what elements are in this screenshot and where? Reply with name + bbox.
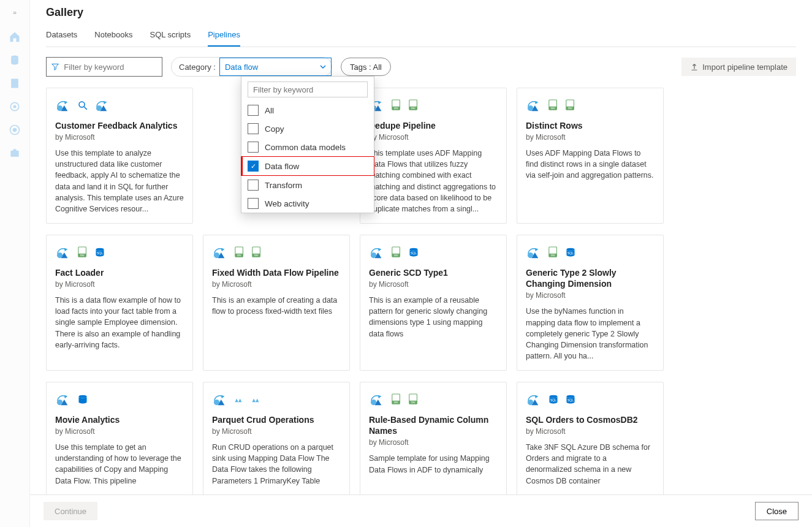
category-select[interactable]: Data flow xyxy=(219,58,332,76)
chevron-down-icon xyxy=(320,64,326,70)
tab-datasets[interactable]: Datasets xyxy=(46,30,77,47)
svg-rect-6 xyxy=(10,151,18,157)
svg-point-74 xyxy=(549,395,557,398)
svg-marker-8 xyxy=(64,100,68,104)
svg-text:SQL: SQL xyxy=(550,399,556,402)
svg-rect-1 xyxy=(11,79,18,88)
pipe-icon xyxy=(55,246,71,261)
template-card[interactable]: csvSQLGeneric SCD Type1by MicrosoftThis … xyxy=(360,235,507,371)
svg-marker-37 xyxy=(221,248,225,251)
template-card[interactable]: SQLSQLSQL Orders to CosmosDB2by Microsof… xyxy=(517,382,664,495)
sql-icon: SQL xyxy=(548,393,559,408)
card-description: Sample template for using Mapping Data F… xyxy=(369,453,498,475)
sql-icon: SQL xyxy=(408,246,419,261)
csv-icon: csv xyxy=(391,246,402,261)
template-card[interactable]: csvcsvDedupe Pipelineby MicrosoftThis te… xyxy=(360,88,507,224)
csv-icon: csv xyxy=(565,99,576,114)
filter-row: Category : Data flow Tags : All Import p… xyxy=(30,47,812,77)
category-option-web-activity[interactable]: Web activity xyxy=(241,194,374,213)
dropdown-filter-input[interactable] xyxy=(248,82,368,97)
category-option-copy[interactable]: Copy xyxy=(241,119,374,138)
card-publisher: by Microsoft xyxy=(369,438,498,447)
keyword-input[interactable] xyxy=(63,62,157,72)
template-grid-area[interactable]: Customer Feedback Analyticsby MicrosoftU… xyxy=(30,77,812,495)
card-title: Customer Feedback Analytics xyxy=(55,120,184,131)
card-title: Dedupe Pipeline xyxy=(369,120,498,131)
csv-icon: csv xyxy=(408,393,419,408)
expand-sidebar-icon[interactable]: » xyxy=(0,5,29,20)
category-label: Category : xyxy=(179,63,219,72)
db-icon xyxy=(77,393,88,408)
sql-icon: SQL xyxy=(94,246,105,261)
data-icon[interactable] xyxy=(9,54,21,66)
keyword-filter[interactable] xyxy=(46,57,162,77)
card-icon-row xyxy=(55,390,184,411)
category-selected-value: Data flow xyxy=(225,63,258,72)
svg-point-61 xyxy=(78,395,86,398)
integrate-icon[interactable] xyxy=(9,100,21,113)
card-publisher: by Microsoft xyxy=(212,280,341,289)
svg-marker-62 xyxy=(221,395,225,398)
template-card[interactable]: csvcsvRule-Based Dynamic Column Namesby … xyxy=(360,382,507,495)
svg-point-9 xyxy=(57,105,63,111)
template-card[interactable]: Movie Analyticsby MicrosoftUse this temp… xyxy=(46,382,193,495)
template-card[interactable]: csvcsvDistinct Rowsby MicrosoftUses ADF … xyxy=(517,88,664,224)
card-description: This is an example of creating a data fl… xyxy=(212,295,341,317)
svg-point-63 xyxy=(214,400,219,405)
tab-notebooks[interactable]: Notebooks xyxy=(94,30,132,47)
svg-text:SQL: SQL xyxy=(411,252,417,255)
csv-icon: csv xyxy=(391,393,402,408)
manage-icon[interactable] xyxy=(9,147,21,159)
category-filter: Category : Data flow xyxy=(171,57,332,77)
checkbox-icon xyxy=(248,180,259,191)
home-icon[interactable] xyxy=(9,31,21,43)
card-icon-row: csvSQL xyxy=(55,243,184,264)
card-publisher: by Microsoft xyxy=(55,280,184,289)
card-title: Generic Type 2 Slowly Changing Dimension xyxy=(526,267,655,289)
tab-sql-scripts[interactable]: SQL scripts xyxy=(150,30,191,47)
svg-text:SQL: SQL xyxy=(97,252,103,255)
template-card[interactable]: csvSQLFact Loaderby MicrosoftThis is a d… xyxy=(46,235,193,371)
svg-marker-12 xyxy=(104,100,107,104)
card-icon-row: csvcsv xyxy=(526,96,655,116)
card-title: Fact Loader xyxy=(55,267,184,278)
csv-icon: csv xyxy=(548,99,559,114)
import-template-button[interactable]: Import pipeline template xyxy=(681,58,796,76)
category-option-all[interactable]: All xyxy=(241,101,374,119)
monitor-icon[interactable] xyxy=(9,124,21,136)
svg-text:csv: csv xyxy=(394,254,399,257)
template-card[interactable]: csvSQLGeneric Type 2 Slowly Changing Dim… xyxy=(517,235,664,371)
category-option-common-data-models[interactable]: Common data models xyxy=(241,138,374,156)
card-title: Distinct Rows xyxy=(526,120,655,131)
continue-button: Continue xyxy=(44,502,97,520)
template-card[interactable]: Customer Feedback Analyticsby MicrosoftU… xyxy=(46,88,193,224)
svg-line-11 xyxy=(84,107,87,110)
import-label: Import pipeline template xyxy=(702,63,787,72)
template-card[interactable]: csvcsvFixed Width Data Flow Pipelineby M… xyxy=(203,235,350,371)
tags-filter[interactable]: Tags : All xyxy=(341,58,391,76)
pipe-icon xyxy=(526,393,542,408)
template-grid: Customer Feedback Analyticsby MicrosoftU… xyxy=(46,88,796,495)
card-description: This template uses ADF Mapping Data Flow… xyxy=(369,148,498,214)
category-dropdown: All Copy Common data models ✓Data flow T… xyxy=(241,76,374,213)
card-title: Generic SCD Type1 xyxy=(369,267,498,278)
category-option-transform[interactable]: Transform xyxy=(241,176,374,194)
upload-icon xyxy=(690,63,699,71)
svg-marker-72 xyxy=(535,395,539,398)
develop-icon[interactable] xyxy=(9,77,21,89)
card-description: Take 3NF SQL Azure DB schema for Orders … xyxy=(526,442,655,487)
svg-marker-22 xyxy=(535,100,539,104)
svg-marker-45 xyxy=(378,248,382,251)
csv-icon: csv xyxy=(548,246,559,261)
card-icon-row: csvcsv xyxy=(369,96,498,116)
card-icon-row: csvSQL xyxy=(369,243,498,264)
csv-icon: csv xyxy=(408,99,419,114)
category-option-data-flow[interactable]: ✓Data flow xyxy=(241,156,374,176)
svg-marker-59 xyxy=(64,395,68,398)
svg-point-46 xyxy=(371,252,376,258)
close-button[interactable]: Close xyxy=(755,502,799,520)
tab-pipelines[interactable]: Pipelines xyxy=(208,30,240,47)
card-publisher: by Microsoft xyxy=(369,280,498,289)
template-card[interactable]: Parquet Crud Operationsby MicrosoftRun C… xyxy=(203,382,350,495)
svg-marker-52 xyxy=(535,248,539,251)
